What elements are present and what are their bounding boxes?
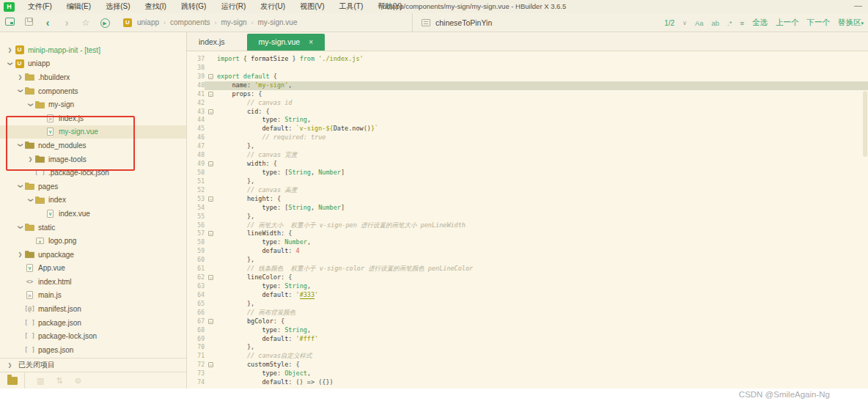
code-line-51[interactable]: 51 }, xyxy=(187,177,868,186)
fold-marker-icon[interactable]: − xyxy=(205,317,217,326)
code-line-60[interactable]: 60 }, xyxy=(187,256,868,265)
ghost-icon-1[interactable]: ▥ xyxy=(37,376,44,386)
tree-item-index.js[interactable]: jsindex.js xyxy=(0,111,186,125)
ghost-icon-2[interactable]: ⇅ xyxy=(56,376,62,386)
tree-item-pages[interactable]: ❯pages xyxy=(0,180,186,194)
tree-item-manifest.json[interactable]: [@]manifest.json xyxy=(0,302,186,316)
code-line-54[interactable]: 54 type: [String, Number] xyxy=(187,204,868,213)
whole-word-icon[interactable]: ab xyxy=(712,19,720,27)
tab-index.js[interactable]: index.js xyxy=(187,33,237,51)
tree-item-node-modules[interactable]: ❯node_modules xyxy=(0,139,186,152)
tree-item-image-tools[interactable]: ❯image-tools xyxy=(0,152,186,166)
breadcrumb-item[interactable]: components xyxy=(169,18,211,26)
code-line-59[interactable]: 59 default: 4 xyxy=(187,247,868,256)
tree-item-logo.png[interactable]: ▴logo.png xyxy=(0,234,186,248)
explorer-tab[interactable] xyxy=(0,372,25,389)
tree-item-index[interactable]: ❯index xyxy=(0,194,186,207)
minimize-button[interactable]: — xyxy=(854,1,862,10)
chevron-down-icon[interactable]: ❯ xyxy=(18,141,23,150)
chevron-down-icon[interactable]: ❯ xyxy=(7,59,13,67)
menu-item[interactable]: 跳转(G) xyxy=(174,0,213,13)
tree-item-components[interactable]: ❯components xyxy=(0,84,186,98)
code-line-52[interactable]: 52 // canvas 高度 xyxy=(187,186,868,195)
tree-item-unpackage[interactable]: ❯unpackage xyxy=(0,248,186,262)
fold-marker-icon[interactable]: − xyxy=(205,229,217,238)
chevron-right-icon[interactable]: ❯ xyxy=(26,156,34,162)
code-line-62[interactable]: 62− lineColor: { xyxy=(187,273,868,282)
chevron-down-icon[interactable]: ❯ xyxy=(28,196,34,204)
breadcrumb-item[interactable]: my-sign xyxy=(220,18,249,26)
code-line-39[interactable]: 39−export default { xyxy=(187,73,868,81)
fold-marker-icon[interactable]: − xyxy=(205,73,217,81)
editor-scrollbar[interactable] xyxy=(863,91,867,157)
menu-item[interactable]: 查找(I) xyxy=(137,0,173,13)
next-button[interactable]: 下一个 xyxy=(806,18,830,28)
code-line-74[interactable]: 74 default: () => ({}) xyxy=(187,378,868,387)
run-button[interactable]: ▶ xyxy=(95,17,114,28)
selection-icon[interactable]: ≡ xyxy=(740,19,744,27)
menu-item[interactable]: 编辑(E) xyxy=(59,0,98,13)
code-line-71[interactable]: 71 // canvas自定义样式 xyxy=(187,352,868,361)
tree-item-uniapp[interactable]: ❯Uuniapp xyxy=(0,57,186,71)
chevron-right-icon[interactable]: ❯ xyxy=(16,251,24,257)
fold-marker-icon[interactable]: − xyxy=(205,195,217,204)
code-line-46[interactable]: 46 // required: true xyxy=(187,133,868,142)
code-line-45[interactable]: 45 default: `v-sign-${Date.now()}` xyxy=(187,125,868,133)
tree-item-minip-mapp-init---test-[interactable]: ❯Uminip-mapp-init - [test] xyxy=(0,43,186,57)
code-line-48[interactable]: 48 // canvas 宽度 xyxy=(187,151,868,160)
code-line-67[interactable]: 67− bgColor: { xyxy=(187,317,868,326)
chevron-down-icon[interactable]: ❯ xyxy=(18,183,23,191)
ghost-icon-3[interactable]: ⊜ xyxy=(75,376,81,386)
fold-marker-icon[interactable]: − xyxy=(205,361,217,369)
menu-item[interactable]: 视图(V) xyxy=(293,0,331,13)
code-area[interactable]: 37import { formatSize } from './index.js… xyxy=(187,51,868,387)
back-button[interactable]: ‹ xyxy=(38,17,57,29)
select-all-button[interactable]: 全选 xyxy=(752,18,768,28)
tree-item-main.js[interactable]: jsmain.js xyxy=(0,289,186,303)
code-line-65[interactable]: 65 }, xyxy=(187,300,868,309)
find-box[interactable]: chineseToPinYin xyxy=(412,13,492,32)
code-line-69[interactable]: 69 default: '#fff' xyxy=(187,335,868,344)
code-line-37[interactable]: 37import { formatSize } from './index.js… xyxy=(187,55,868,64)
chevron-right-icon[interactable]: ❯ xyxy=(6,47,14,53)
code-line-40[interactable]: 40 name: 'my-sign', xyxy=(187,81,868,90)
closed-projects-row[interactable]: ❯ 已关闭项目 xyxy=(0,358,186,372)
tree-item-my-sign.vue[interactable]: Vmy-sign.vue xyxy=(0,125,186,139)
fold-marker-icon[interactable]: − xyxy=(205,160,217,169)
code-line-43[interactable]: 43− cid: { xyxy=(187,108,868,117)
code-line-64[interactable]: 64 default: '#333' xyxy=(187,291,868,300)
menu-item[interactable]: 文件(F) xyxy=(21,0,59,13)
tab-my-sign.vue[interactable]: my-sign.vue× xyxy=(247,34,325,51)
chevron-down-icon[interactable]: ❯ xyxy=(18,224,23,232)
tree-item-index.vue[interactable]: Vindex.vue xyxy=(0,207,186,221)
code-line-49[interactable]: 49− width: { xyxy=(187,160,868,169)
code-line-66[interactable]: 66 // 画布背景颜色 xyxy=(187,309,868,317)
chevron-right-icon[interactable]: ❯ xyxy=(16,74,24,80)
code-line-55[interactable]: 55 }, xyxy=(187,213,868,221)
chevron-down-icon[interactable]: ∨ xyxy=(683,20,687,26)
tree-item-.hbuilderx[interactable]: ❯.hbuilderx xyxy=(0,70,186,84)
save-button[interactable] xyxy=(19,18,38,28)
tree-item-.package-lock.json[interactable]: [ ].package-lock.json xyxy=(0,166,186,180)
menu-item[interactable]: 发行(U) xyxy=(253,0,293,13)
menu-item[interactable]: 运行(R) xyxy=(213,0,253,13)
favorite-button[interactable]: ☆ xyxy=(76,18,95,28)
tree-item-my-sign[interactable]: ❯my-sign xyxy=(0,98,186,111)
close-icon[interactable]: × xyxy=(309,34,313,51)
tree-item-package-lock.json[interactable]: [ ]package-lock.json xyxy=(0,329,186,343)
fold-marker-icon[interactable]: − xyxy=(205,108,217,117)
code-line-42[interactable]: 42 // canvas id xyxy=(187,99,868,108)
fold-marker-icon[interactable]: − xyxy=(205,273,217,282)
code-line-61[interactable]: 61 // 线条颜色 权重小于 v-sign-color 进行设置的画笔颜色 p… xyxy=(187,265,868,273)
code-line-68[interactable]: 68 type: String, xyxy=(187,326,868,335)
chevron-down-icon[interactable]: ❯ xyxy=(18,87,23,95)
code-line-58[interactable]: 58 type: Number, xyxy=(187,238,868,247)
new-file-button[interactable] xyxy=(0,18,19,28)
tree-item-static[interactable]: ❯static xyxy=(0,221,186,235)
code-line-47[interactable]: 47 }, xyxy=(187,142,868,151)
code-line-38[interactable]: 38 xyxy=(187,64,868,73)
code-line-44[interactable]: 44 type: String, xyxy=(187,116,868,125)
regex-icon[interactable]: .* xyxy=(727,19,732,27)
tree-item-pages.json[interactable]: [ ]pages.json xyxy=(0,343,186,357)
tree-item-app.vue[interactable]: VApp.vue xyxy=(0,262,186,276)
